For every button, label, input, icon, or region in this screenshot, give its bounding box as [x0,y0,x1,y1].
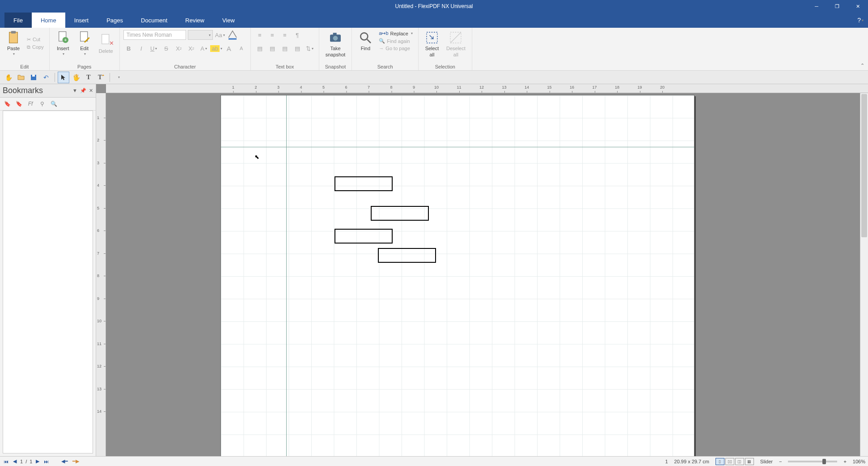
shrink-font-button[interactable]: A [236,43,247,54]
copy-icon: ⧉ [27,44,30,50]
customize-quickbar-button[interactable]: ▾ [113,72,124,83]
svg-rect-12 [333,33,337,35]
tab-insert[interactable]: Insert [65,13,98,28]
zoom-slider-knob[interactable] [822,459,826,464]
grow-font-button[interactable]: A [224,43,234,54]
save-button[interactable] [28,72,39,83]
font-size-select[interactable]: ▾ [188,30,213,40]
align-bottom-button[interactable]: ▤ [279,43,290,54]
drawn-rectangle[interactable] [334,176,393,191]
tab-review[interactable]: Review [176,13,213,28]
paste-button[interactable]: Paste ▾ [4,30,23,57]
svg-rect-9 [229,38,237,40]
tab-document[interactable]: Document [132,13,176,28]
select-all-button[interactable]: Selectall [422,30,442,58]
guide-vertical[interactable] [286,95,287,456]
edit-page-button[interactable]: Edit▾ [75,30,94,57]
arrow-right-icon: → [379,46,384,51]
drawn-rectangle[interactable] [378,248,436,263]
pointer-tool-button[interactable] [58,72,69,83]
open-button[interactable] [15,72,27,83]
magnifier-small-icon: 🔍 [379,38,385,44]
page[interactable] [220,95,694,456]
bookmark-search-button[interactable]: 🔍 [49,99,58,108]
scrollbar-thumb[interactable] [861,94,867,237]
align-center-button[interactable]: ≡ [267,30,278,40]
insert-page-button[interactable]: +Insert▾ [53,30,73,57]
align-top-button[interactable]: ▤ [254,43,265,54]
line-spacing-button[interactable]: ⇅▾ [305,43,315,54]
take-snapshot-button[interactable]: Take snapshot [323,30,348,58]
window-restore-button[interactable]: ❐ [827,0,847,13]
window-close-button[interactable]: ✕ [847,0,868,13]
goto-page-button[interactable]: →Go to page [377,45,415,51]
add-bookmark-button[interactable]: 🔖 [3,99,12,108]
guide-horizontal[interactable] [221,147,694,147]
drawn-rectangle[interactable] [334,229,393,244]
justify-button[interactable]: ▤ [292,43,303,54]
undo-button[interactable]: ↶ [40,72,52,83]
align-right-button[interactable]: ≡ [279,30,290,40]
change-case-button[interactable]: Aa▾ [215,30,225,40]
find-button[interactable]: Find [356,30,375,52]
next-page-button[interactable]: ▶ [35,458,40,464]
paragraph-mark-button[interactable]: ¶ [292,30,303,40]
delete-bookmark-button[interactable]: 🔖 [14,99,23,108]
delete-page-button[interactable]: ✕Delete [96,32,116,55]
align-middle-button[interactable]: ▤ [267,43,278,54]
underline-button[interactable]: U▾ [148,43,159,54]
tab-file[interactable]: File [4,13,32,28]
font-family-select[interactable]: Times New Roman [123,30,186,40]
vertical-scrollbar[interactable] [860,93,868,456]
tab-pages[interactable]: Pages [97,13,132,28]
ribbon-collapse-button[interactable]: ⌃ [860,63,864,68]
pan-tool-button[interactable]: 🖐 [70,72,82,83]
view-single-button[interactable]: ▯ [716,458,724,465]
text-highlight-button[interactable] [227,30,238,40]
tab-view[interactable]: View [213,13,244,28]
panel-dropdown-button[interactable]: ▼ [72,88,77,94]
hand-tool-button[interactable]: ✋ [3,72,14,83]
forward-button[interactable]: ━▶ [72,458,80,464]
ribbon-group-label: Search [356,64,415,70]
ruler-horizontal[interactable]: 1234567891011121314151617181920 [106,84,868,93]
superscript-button[interactable]: X2 [186,43,197,54]
panel-close-button[interactable]: ✕ [89,88,93,94]
find-again-button[interactable]: 🔍Find again [377,38,415,44]
back-button[interactable]: ◀━ [60,458,69,464]
zoom-slider[interactable] [788,461,837,462]
pointer-icon [60,74,67,81]
align-left-button[interactable]: ≡ [254,30,265,40]
copy-button[interactable]: ⧉Copy [25,44,46,51]
add-text-tool-button[interactable]: T+ [95,72,107,83]
ruler-vertical[interactable]: 1234567891011121314 [96,93,106,456]
strikethrough-button[interactable]: S [161,43,172,54]
bookmark-edit-button[interactable]: ⚲ [38,99,47,108]
drawn-rectangle[interactable] [371,206,429,221]
bookmark-font-button[interactable]: Ff [26,99,35,108]
help-button[interactable]: ? ▾ [857,13,864,28]
tab-home[interactable]: Home [32,13,65,28]
prev-page-button[interactable]: ◀ [12,458,17,464]
view-facing-button[interactable]: ◫ [735,458,744,465]
first-page-button[interactable]: ⏮ [3,459,9,464]
zoom-in-button[interactable]: + [843,459,846,464]
cut-button[interactable]: ✂Cut [25,36,46,43]
replace-button[interactable]: a↦bReplace▾ [377,30,415,37]
panel-pin-button[interactable]: 📌 [80,88,86,94]
zoom-out-button[interactable]: − [779,459,782,464]
subscript-button[interactable]: X2 [174,43,184,54]
view-multi-button[interactable]: ▦ [745,458,754,465]
last-page-button[interactable]: ⏭ [43,459,50,464]
text-tool-button[interactable]: T [83,72,94,83]
font-color-button[interactable]: A▾ [199,43,209,54]
view-continuous-button[interactable]: ▯▯ [725,458,734,465]
window-minimize-button[interactable]: ─ [806,0,827,13]
italic-button[interactable]: I [136,43,147,54]
bookmarks-list[interactable] [3,111,93,453]
deselect-all-button[interactable]: Deselectall [444,30,468,58]
highlight-color-button[interactable]: ab▾ [211,43,222,54]
bold-button[interactable]: B [123,43,134,54]
canvas[interactable]: ⬉ [106,93,868,456]
svg-rect-7 [102,34,109,43]
